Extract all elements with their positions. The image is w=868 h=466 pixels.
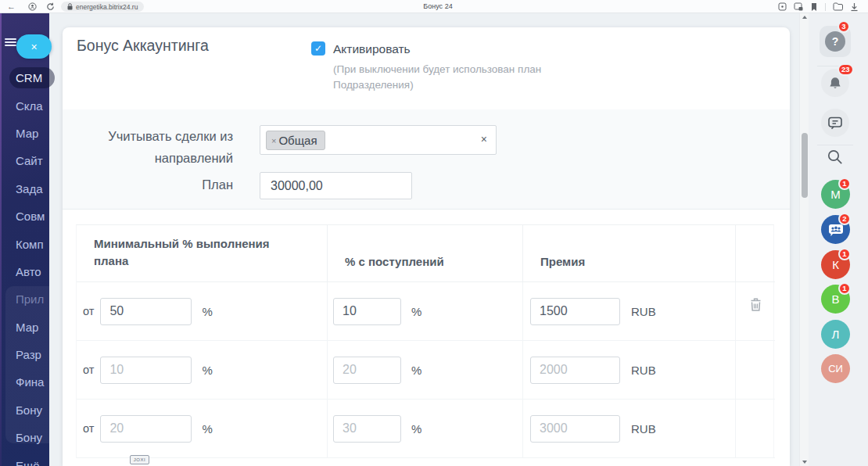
sidebar-item-automation[interactable]: Авто [0,258,49,285]
sidebar-item-market[interactable]: Мар [0,314,49,341]
content-scrollbar[interactable] [799,13,809,466]
group-chat-badge: 2 [838,213,851,225]
sidebar-item-finance[interactable]: Фина [0,368,49,396]
column-header-percent: % с поступлений [328,225,523,282]
browser-toolbar: ← energetika.bitrix24.ru Бонус 24 [0,0,868,13]
notifications-badge: 23 [838,63,854,76]
bookmark-icon[interactable] [810,2,818,12]
right-toolbar: ? 3 23 М 1 [809,13,868,466]
from-label: от [83,364,94,376]
url-text: energetika.bitrix24.ru [76,3,138,11]
screenshot-icon[interactable] [794,2,803,11]
bonus-table: Минимальный % выполнения плана % с посту… [76,224,774,458]
sidebar-item-sklad[interactable]: Скла [0,91,49,119]
avatar-k-badge: 1 [838,248,851,260]
browser-refresh-icon[interactable] [46,2,55,11]
table-row-1-premium-cell: RUB [523,282,736,341]
search-icon [826,148,845,167]
percent-unit: % [202,364,212,377]
currency-unit: RUB [631,305,656,318]
scrollbar-thumb[interactable] [802,133,808,198]
row-3-percent-input[interactable] [333,415,401,443]
activate-label: Активировать [333,42,411,56]
percent-unit: % [411,364,421,377]
table-row-1-actions-cell [736,282,775,341]
directions-tag-input[interactable]: × Общая × [260,125,497,155]
activate-checkbox[interactable]: ✓ [311,41,325,56]
table-row-2-percent-cell: % [328,341,523,400]
download-icon[interactable] [850,2,859,12]
bell-icon [828,76,842,91]
sidebar-item-marketing[interactable]: Мар [0,120,49,147]
row-3-premium-input[interactable] [530,415,620,443]
currency-unit: RUB [631,422,656,436]
row-1-percent-input[interactable] [333,298,401,325]
avatar-l[interactable]: Л [821,320,850,349]
help-icon: ? [825,31,845,52]
column-header-actions [736,225,775,282]
sidebar-item-more[interactable]: Ещё [0,451,49,466]
sidebar-item-crm[interactable]: CRM [0,64,49,91]
browser-page-title: Бонус 24 [395,2,481,10]
row-2-percent-input[interactable] [333,357,401,384]
avatar-m-badge: 1 [838,177,851,190]
currency-unit: RUB [631,364,656,377]
chat-icon [827,116,843,131]
table-row-1-min-cell: от % [77,282,328,341]
search-button[interactable] [826,148,845,167]
sidebar-item-tasks[interactable]: Зада [0,175,49,203]
table-row-3-percent-cell: % [328,400,523,458]
column-header-premium: Премия [523,225,736,282]
scroll-up-icon[interactable] [802,16,807,19]
sidebar-item-developers[interactable]: Разр [0,341,49,368]
toolbar-divider [817,145,853,145]
scroll-down-icon[interactable] [802,461,807,464]
table-row-2-actions-cell [736,341,775,400]
column-header-min-percent: Минимальный % выполнения плана [77,225,328,282]
sidebar-item-collab[interactable]: Совм [0,203,49,230]
direction-tag[interactable]: × Общая [266,131,325,150]
clear-field-icon[interactable]: × [481,133,487,145]
row-2-min-input[interactable] [100,357,192,384]
row-2-premium-input[interactable] [530,357,620,384]
percent-unit: % [411,305,421,318]
plan-form: Учитывать сделки из направлений × Общая … [63,109,790,210]
table-row-3-min-cell: от % [77,400,328,458]
table-row-3-premium-cell: RUB [523,400,736,458]
sidebar-item-bonus-1[interactable]: Бону [0,396,49,424]
plan-input[interactable] [260,172,412,199]
extension-icon[interactable] [778,2,787,11]
percent-unit: % [202,422,212,436]
plan-label: План [75,177,233,192]
table-row-3-actions-cell [736,400,775,458]
sidebar-item-bonus-2[interactable]: Бону [0,424,49,451]
table-row-2-min-cell: от % [77,341,328,400]
row-1-premium-input[interactable] [530,298,620,325]
browser-back-icon[interactable]: ← [7,1,16,13]
close-menu-button[interactable]: × [16,34,52,59]
directions-label: Учитывать сделки из направлений [75,125,233,169]
page-title: Бонус Аккаунтинга [77,37,209,55]
row-3-min-input[interactable] [100,415,192,443]
address-bar[interactable]: energetika.bitrix24.ru [61,2,144,12]
sidebar-item-sites[interactable]: Сайт [0,147,49,174]
delete-row-button[interactable] [749,297,762,312]
avatar-v-badge: 1 [838,282,851,295]
tag-label: Общая [278,134,317,147]
from-label: от [83,305,94,317]
messenger-button[interactable] [821,109,849,137]
sidebar: × CRM Скла Мар Сайт Зада Совм Комп Авто … [0,13,49,466]
table-row-1-percent-cell: % [328,282,523,341]
joxi-watermark: JOXI [130,455,149,464]
percent-unit: % [202,305,212,318]
profile-folder-icon[interactable] [833,2,843,11]
activate-hint: (При выключении будет использован план П… [333,62,543,93]
sidebar-item-apps[interactable]: Прил [0,285,49,313]
menu-icon[interactable] [5,38,16,47]
tag-remove-icon[interactable]: × [271,136,276,145]
sidebar-item-company[interactable]: Комп [0,230,49,257]
avatar-si[interactable]: СИ [821,354,850,383]
toolbar-separator [825,3,826,11]
browser-account-icon[interactable] [28,2,37,11]
row-1-min-input[interactable] [100,298,192,325]
